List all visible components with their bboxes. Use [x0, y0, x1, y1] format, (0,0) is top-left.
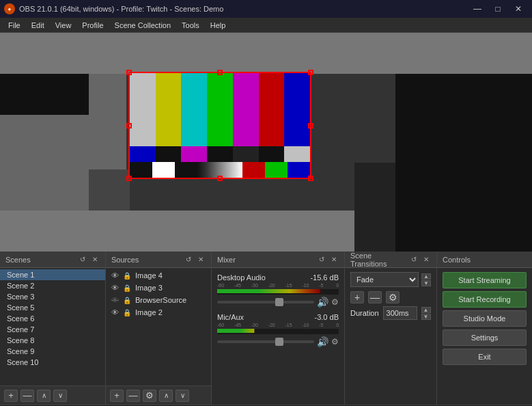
scene-item[interactable]: Scene 7: [0, 324, 105, 335]
mixer-slider-mic[interactable]: [217, 340, 314, 343]
lock-icon[interactable]: 🔒: [123, 309, 131, 316]
bs-green: [265, 162, 288, 178]
sources-footer: + — ⚙ ∧ ∨: [106, 385, 211, 405]
test-card[interactable]: [128, 72, 311, 179]
gray-ramp: [130, 146, 310, 162]
gear-icon-mic[interactable]: ⚙: [331, 337, 339, 347]
scene-item[interactable]: Scene 2: [0, 280, 105, 291]
bar-magenta: [233, 73, 259, 146]
sources-remove-button[interactable]: —: [126, 390, 140, 402]
select-up-arrow[interactable]: ▲: [421, 273, 431, 280]
source-item[interactable]: 👁 🔒 BrowserSource: [106, 294, 211, 306]
select-down-arrow[interactable]: ▼: [421, 280, 431, 286]
scenes-remove-button[interactable]: —: [20, 390, 34, 402]
sources-down-button[interactable]: ∨: [176, 390, 189, 402]
maximize-button[interactable]: □: [488, 3, 507, 15]
studio-mode-button[interactable]: Studio Mode: [443, 310, 527, 327]
duration-input[interactable]: [383, 306, 417, 320]
menu-tools[interactable]: Tools: [176, 18, 205, 33]
source-item[interactable]: 👁 🔒 Image 4: [106, 269, 211, 282]
bs-2: [152, 162, 175, 178]
lock-icon[interactable]: 🔒: [123, 284, 131, 292]
eye-icon[interactable]: 👁: [111, 271, 119, 280]
handle-tl[interactable]: [126, 70, 132, 75]
bottom-section: Scenes ↺ ✕ Scene 1 Scene 2 Scene 3 Scene…: [0, 252, 532, 406]
transitions-add-button[interactable]: +: [350, 291, 364, 303]
mixer-slider-thumb-mic[interactable]: [275, 338, 283, 346]
menu-view[interactable]: View: [50, 18, 77, 33]
scene-item[interactable]: Scene 3: [0, 291, 105, 302]
sources-panel: Sources ↺ ✕ 👁 🔒 Image 4 👁 🔒 Image 3: [106, 252, 212, 405]
controls-panel: Controls Start Streaming Start Recording…: [437, 252, 532, 405]
scene-item[interactable]: Scene 6: [0, 313, 105, 324]
exit-button[interactable]: Exit: [443, 349, 527, 365]
sources-add-button[interactable]: +: [110, 390, 124, 402]
menu-profile[interactable]: Profile: [76, 18, 109, 33]
scene-item[interactable]: Scene 8: [0, 335, 105, 346]
lock-icon[interactable]: 🔒: [123, 272, 131, 280]
duration-up-arrow[interactable]: ▲: [421, 307, 431, 313]
preview-area: [0, 33, 532, 252]
close-button[interactable]: ✕: [509, 3, 528, 15]
sources-close-icon[interactable]: ✕: [196, 255, 206, 265]
sources-header-icons: ↺ ✕: [184, 255, 206, 265]
minimize-button[interactable]: —: [468, 3, 487, 15]
title-text: OBS 21.0.1 (64bit, windows) - Profile: T…: [19, 5, 223, 13]
scene-item[interactable]: Scene 9: [0, 346, 105, 357]
handle-ml[interactable]: [126, 123, 132, 128]
menu-file[interactable]: File: [3, 18, 26, 33]
gear-icon-desktop[interactable]: ⚙: [331, 297, 339, 307]
source-item[interactable]: 👁 🔒 Image 3: [106, 282, 211, 294]
scene-item[interactable]: Scene 5: [0, 302, 105, 313]
sources-up-button[interactable]: ∧: [159, 390, 173, 402]
bs-3: [175, 162, 197, 178]
mixer-close-icon[interactable]: ✕: [329, 255, 339, 265]
transitions-refresh-icon[interactable]: ↺: [409, 255, 419, 265]
start-recording-button[interactable]: Start Recording: [443, 291, 527, 308]
start-streaming-button[interactable]: Start Streaming: [443, 272, 527, 288]
scenes-list: Scene 1 Scene 2 Scene 3 Scene 5 Scene 6 …: [0, 268, 105, 385]
menu-scene-collection[interactable]: Scene Collection: [109, 18, 177, 33]
mixer-bar-mic: [217, 329, 339, 334]
mixer-header: Mixer ↺ ✕: [212, 252, 344, 268]
mixer-slider-thumb-desktop[interactable]: [275, 298, 283, 306]
menu-help[interactable]: Help: [205, 18, 232, 33]
mixer-desktop-name: Desktop Audio: [217, 273, 266, 282]
eye-icon[interactable]: 👁: [111, 284, 119, 292]
speaker-icon-mic[interactable]: 🔊: [317, 336, 328, 347]
bar-yellow: [156, 73, 182, 146]
transition-select[interactable]: Fade Cut Swipe: [350, 272, 419, 287]
color-bars: [130, 73, 310, 146]
speaker-icon-desktop[interactable]: 🔊: [317, 297, 328, 308]
scene-item[interactable]: Scene 1: [0, 269, 105, 280]
controls-title: Controls: [443, 256, 471, 264]
eye-icon[interactable]: 👁: [111, 308, 119, 316]
source-item[interactable]: 👁 🔒 Image 2: [106, 306, 211, 319]
mixer-refresh-icon[interactable]: ↺: [317, 255, 326, 265]
scenes-up-button[interactable]: ∧: [37, 390, 51, 402]
scene-item[interactable]: Scene 10: [0, 357, 105, 368]
duration-down-arrow[interactable]: ▼: [421, 314, 431, 320]
ramp-1: [130, 146, 156, 162]
scenes-down-button[interactable]: ∨: [53, 390, 67, 402]
menu-edit[interactable]: Edit: [26, 18, 50, 33]
handle-br[interactable]: [308, 176, 313, 181]
mixer-slider-desktop[interactable]: [217, 301, 314, 303]
transitions-remove-button[interactable]: —: [368, 291, 382, 303]
handle-mr[interactable]: [308, 123, 313, 128]
lock-icon[interactable]: 🔒: [123, 297, 131, 304]
handle-tr[interactable]: [308, 70, 313, 75]
transitions-settings-button[interactable]: ⚙: [386, 291, 400, 303]
title-bar-left: ● OBS 21.0.1 (64bit, windows) - Profile:…: [4, 3, 223, 14]
settings-button[interactable]: Settings: [443, 329, 527, 346]
handle-tm[interactable]: [217, 70, 223, 75]
transitions-close-icon[interactable]: ✕: [421, 255, 431, 265]
handle-bm[interactable]: [217, 176, 223, 181]
scenes-refresh-icon[interactable]: ↺: [78, 255, 87, 265]
sources-settings-button[interactable]: ⚙: [143, 390, 156, 402]
eye-icon[interactable]: 👁: [111, 296, 119, 304]
scenes-close-icon[interactable]: ✕: [90, 255, 100, 265]
handle-bl[interactable]: [126, 176, 132, 181]
scenes-add-button[interactable]: +: [4, 390, 18, 402]
sources-refresh-icon[interactable]: ↺: [184, 255, 193, 265]
